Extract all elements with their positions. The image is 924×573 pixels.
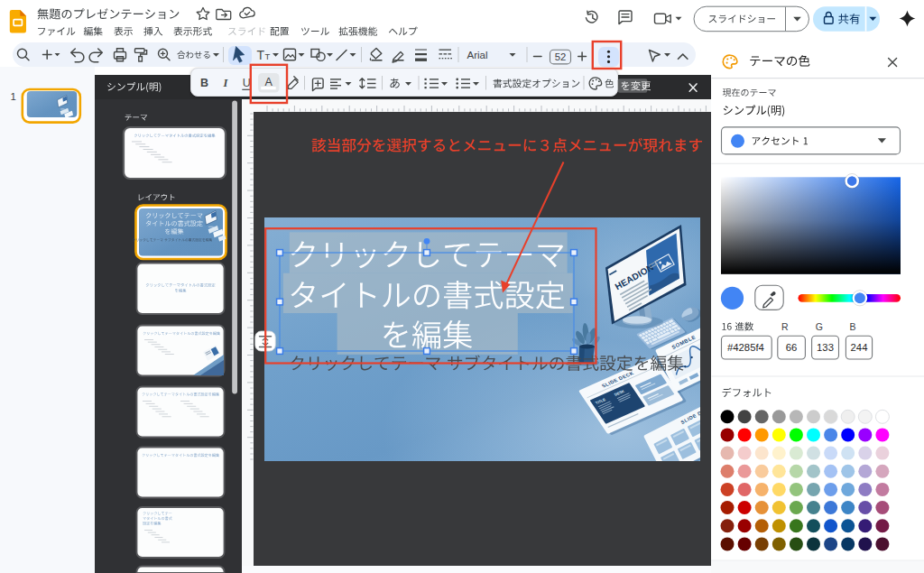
svg-text:I: I: [223, 77, 229, 89]
svg-text:244: 244: [851, 342, 868, 353]
svg-text:B: B: [850, 321, 856, 332]
svg-text:T: T: [265, 51, 271, 61]
svg-text:66: 66: [786, 342, 798, 353]
svg-text:U: U: [243, 77, 251, 89]
svg-text:R: R: [781, 321, 789, 332]
svg-text:Arial: Arial: [467, 50, 488, 60]
svg-text:#4285f4: #4285f4: [727, 342, 764, 353]
svg-text:133: 133: [817, 342, 834, 353]
svg-text:52: 52: [555, 51, 567, 62]
svg-text:B: B: [200, 77, 208, 89]
svg-text:G: G: [816, 321, 823, 332]
svg-text:T: T: [257, 48, 265, 62]
svg-text:1: 1: [11, 91, 16, 102]
